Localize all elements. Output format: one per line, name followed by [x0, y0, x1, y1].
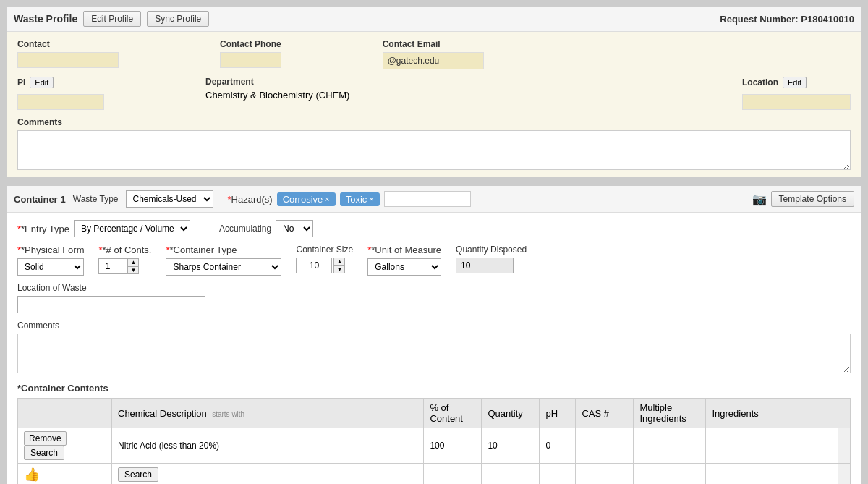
- starts-with-label: starts with: [212, 410, 244, 418]
- corrosive-label: Corrosive: [283, 194, 323, 205]
- sync-profile-button[interactable]: Sync Profile: [147, 11, 209, 27]
- container-number: 1: [61, 194, 66, 205]
- profile-row-1: Contact Contact Phone Contact Email @gat…: [17, 39, 851, 69]
- spinner-buttons: ▲ ▼: [127, 258, 139, 274]
- chemical-description-cell: Nitric Acid (less than 20%): [112, 428, 424, 464]
- waste-profile-section: Waste Profile Edit Profile Sync Profile …: [6, 6, 862, 178]
- spinner-down[interactable]: ▼: [127, 266, 139, 274]
- waste-profile-content: Contact Contact Phone Contact Email @gat…: [7, 32, 861, 177]
- container-header: Container 1 Waste Type Chemicals-Used *H…: [7, 186, 861, 213]
- location-of-waste-input[interactable]: [17, 296, 205, 313]
- request-number-value: P180410010: [801, 14, 854, 25]
- container-type-label: **Container Type: [166, 245, 281, 255]
- profile-comments-field: Comments: [17, 117, 851, 170]
- unit-of-measure-field: **Unit of Measure Gallons: [367, 245, 441, 276]
- num-conts-spinner: ▲ ▼: [98, 258, 151, 274]
- container-comments-label: Comments: [17, 320, 851, 331]
- table-new-row: 👍 Search: [18, 464, 851, 485]
- col-chemical-description: Chemical Description starts with: [112, 399, 424, 428]
- hazard-input[interactable]: [384, 191, 471, 207]
- corrosive-remove[interactable]: ×: [325, 195, 329, 203]
- new-row-ph: [540, 464, 576, 485]
- location-label: Location: [742, 77, 778, 88]
- location-of-waste-label: Location of Waste: [17, 283, 851, 293]
- container-size-label: Container Size: [296, 245, 353, 255]
- col-percent-content: % of Content: [424, 399, 482, 428]
- camera-icon[interactable]: 📷: [752, 192, 767, 206]
- contact-value: [17, 52, 119, 68]
- num-conts-label: **# of Conts.: [98, 245, 151, 255]
- profile-comments-textarea[interactable]: [17, 130, 851, 170]
- accumulating-label: Accumulating: [219, 224, 271, 234]
- cas-cell: [576, 428, 634, 464]
- waste-profile-header: Waste Profile Edit Profile Sync Profile …: [7, 7, 861, 32]
- search-button-new-row[interactable]: Search: [118, 467, 158, 482]
- pi-value: [17, 94, 104, 110]
- unit-of-measure-select[interactable]: Gallons: [367, 258, 441, 276]
- container-contents: *Container Contents Chemical Description…: [17, 383, 851, 484]
- container-size-input[interactable]: [296, 258, 332, 273]
- waste-profile-title: Waste Profile: [14, 13, 77, 25]
- container-size-down[interactable]: ▼: [333, 266, 345, 273]
- new-row-percent: [424, 464, 482, 485]
- department-label: Department: [205, 77, 670, 87]
- new-row-thumb: 👍: [18, 464, 112, 485]
- spinner-up[interactable]: ▲: [127, 258, 139, 266]
- container-body: **Entry Type By Percentage / Volume Accu…: [7, 213, 861, 484]
- toxic-label: Toxic: [346, 194, 367, 205]
- waste-type-select[interactable]: Chemicals-Used: [126, 190, 213, 208]
- search-button-row1[interactable]: Search: [24, 446, 64, 460]
- physical-form-select[interactable]: Solid Liquid Gas: [17, 258, 84, 276]
- container-comments-section: Comments: [17, 320, 851, 375]
- template-options-area: 📷 Template Options: [752, 191, 854, 207]
- new-row-multi: [634, 464, 706, 485]
- pi-row: PI Edit: [17, 77, 104, 88]
- waste-type-label: Waste Type: [73, 194, 119, 204]
- col-ph: pH: [540, 399, 576, 428]
- unit-of-measure-label: **Unit of Measure: [367, 245, 441, 255]
- container-comments-textarea[interactable]: [17, 334, 851, 373]
- toxic-remove[interactable]: ×: [369, 195, 373, 203]
- col-ingredients: Ingredients: [706, 399, 838, 428]
- num-conts-field: **# of Conts. ▲ ▼: [98, 245, 151, 274]
- hazards-label: *Hazard(s): [228, 194, 273, 205]
- table-row: Remove Search Nitric Acid (less than 20%…: [18, 428, 851, 464]
- contact-phone-value: [220, 52, 281, 68]
- quantity-disposed-label: Quantity Disposed: [456, 245, 527, 255]
- quantity-disposed-field: Quantity Disposed: [456, 245, 527, 273]
- profile-comments-label: Comments: [17, 117, 851, 127]
- hazards-section: *Hazard(s) Corrosive × Toxic ×: [228, 191, 471, 207]
- percent-content-cell: 100: [424, 428, 482, 464]
- thumb-icon: 👍: [24, 467, 40, 482]
- template-options-button[interactable]: Template Options: [771, 191, 854, 207]
- department-value: Chemistry & Biochemistry (CHEM): [205, 90, 670, 101]
- physical-form-label: **Physical Form: [17, 245, 84, 255]
- contact-field: Contact: [17, 39, 119, 69]
- contact-label: Contact: [17, 39, 119, 49]
- container-type-select[interactable]: Sharps Container: [166, 258, 281, 276]
- container-section: Container 1 Waste Type Chemicals-Used *H…: [6, 185, 862, 484]
- pi-field: PI Edit: [17, 77, 104, 110]
- remove-button[interactable]: Remove: [24, 431, 67, 446]
- contents-table: Chemical Description starts with % of Co…: [17, 398, 851, 484]
- pi-edit-button[interactable]: Edit: [30, 77, 54, 88]
- contact-email-label: Contact Email: [383, 39, 484, 49]
- entry-type-row: **Entry Type By Percentage / Volume Accu…: [17, 220, 851, 237]
- accumulating-select[interactable]: No Yes: [276, 220, 313, 237]
- container-title: Container 1: [14, 193, 66, 205]
- container-size-input-wrapper: ▲ ▼: [296, 258, 353, 273]
- location-edit-button[interactable]: Edit: [783, 77, 807, 88]
- num-conts-input[interactable]: [98, 258, 127, 274]
- edit-profile-button[interactable]: Edit Profile: [83, 11, 141, 27]
- department-field: Department Chemistry & Biochemistry (CHE…: [205, 77, 670, 110]
- entry-type-select[interactable]: By Percentage / Volume: [74, 220, 190, 237]
- scrollbar-cell-1: [838, 428, 851, 464]
- location-value: [742, 94, 851, 110]
- container-label: Container: [14, 194, 58, 205]
- request-number: Request Number: P180410010: [720, 14, 854, 25]
- contact-phone-field: Contact Phone: [220, 39, 281, 69]
- contents-title-text: *Container Contents: [17, 383, 109, 394]
- container-size-up[interactable]: ▲: [333, 258, 345, 266]
- col-actions: [18, 399, 112, 428]
- entry-type-label: **Entry Type: [17, 224, 69, 234]
